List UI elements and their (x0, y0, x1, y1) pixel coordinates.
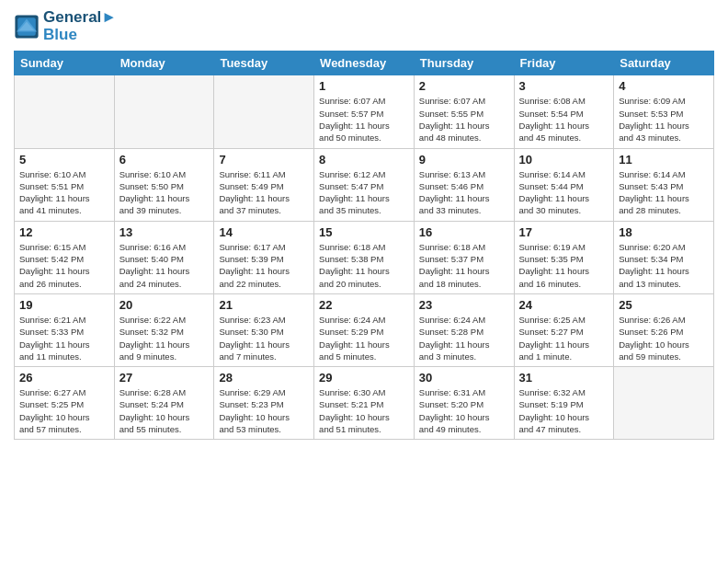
header: General► Blue (14, 9, 714, 43)
calendar-day-cell: 7Sunrise: 6:11 AM Sunset: 5:49 PM Daylig… (214, 148, 314, 221)
calendar-day-cell (214, 75, 314, 148)
calendar-day-cell: 1Sunrise: 6:07 AM Sunset: 5:57 PM Daylig… (314, 75, 415, 148)
calendar-day-cell: 11Sunrise: 6:14 AM Sunset: 5:43 PM Dayli… (614, 148, 714, 221)
day-number: 12 (19, 225, 109, 239)
day-number: 29 (319, 371, 409, 385)
calendar-day-cell: 23Sunrise: 6:24 AM Sunset: 5:28 PM Dayli… (414, 293, 514, 366)
day-number: 7 (219, 153, 309, 167)
logo-icon (14, 14, 40, 40)
weekday-header: Thursday (414, 52, 514, 75)
day-info: Sunrise: 6:14 AM Sunset: 5:43 PM Dayligh… (619, 168, 709, 217)
day-info: Sunrise: 6:25 AM Sunset: 5:27 PM Dayligh… (519, 314, 609, 362)
calendar-day-cell: 14Sunrise: 6:17 AM Sunset: 5:39 PM Dayli… (214, 221, 314, 293)
calendar-day-cell: 28Sunrise: 6:29 AM Sunset: 5:23 PM Dayli… (214, 367, 314, 440)
day-info: Sunrise: 6:18 AM Sunset: 5:37 PM Dayligh… (419, 241, 509, 290)
day-info: Sunrise: 6:20 AM Sunset: 5:34 PM Dayligh… (619, 241, 709, 290)
day-number: 10 (519, 153, 609, 167)
calendar-day-cell: 8Sunrise: 6:12 AM Sunset: 5:47 PM Daylig… (314, 148, 415, 221)
day-info: Sunrise: 6:10 AM Sunset: 5:50 PM Dayligh… (119, 168, 210, 217)
weekday-header: Wednesday (314, 52, 415, 75)
calendar-day-cell: 5Sunrise: 6:10 AM Sunset: 5:51 PM Daylig… (15, 148, 115, 221)
day-info: Sunrise: 6:09 AM Sunset: 5:53 PM Dayligh… (619, 95, 709, 144)
day-number: 18 (619, 225, 709, 239)
day-number: 4 (619, 79, 709, 93)
day-info: Sunrise: 6:16 AM Sunset: 5:40 PM Dayligh… (119, 241, 210, 290)
calendar-day-cell: 30Sunrise: 6:31 AM Sunset: 5:20 PM Dayli… (414, 367, 514, 440)
logo: General► Blue (14, 9, 117, 43)
calendar-week-row: 1Sunrise: 6:07 AM Sunset: 5:57 PM Daylig… (15, 75, 714, 148)
day-info: Sunrise: 6:21 AM Sunset: 5:33 PM Dayligh… (19, 314, 109, 362)
day-number: 19 (19, 298, 109, 312)
calendar-day-cell: 22Sunrise: 6:24 AM Sunset: 5:29 PM Dayli… (314, 293, 415, 366)
day-info: Sunrise: 6:12 AM Sunset: 5:47 PM Dayligh… (319, 168, 409, 217)
calendar-day-cell (614, 367, 714, 440)
calendar-table: SundayMondayTuesdayWednesdayThursdayFrid… (14, 51, 714, 440)
calendar-day-cell: 18Sunrise: 6:20 AM Sunset: 5:34 PM Dayli… (614, 221, 714, 293)
day-number: 14 (219, 225, 309, 239)
day-number: 8 (319, 153, 409, 167)
calendar-day-cell: 24Sunrise: 6:25 AM Sunset: 5:27 PM Dayli… (514, 293, 614, 366)
calendar-day-cell: 13Sunrise: 6:16 AM Sunset: 5:40 PM Dayli… (114, 221, 214, 293)
day-info: Sunrise: 6:18 AM Sunset: 5:38 PM Dayligh… (319, 241, 409, 290)
day-number: 21 (219, 298, 309, 312)
day-info: Sunrise: 6:11 AM Sunset: 5:49 PM Dayligh… (219, 168, 309, 217)
calendar-day-cell: 2Sunrise: 6:07 AM Sunset: 5:55 PM Daylig… (414, 75, 514, 148)
day-info: Sunrise: 6:13 AM Sunset: 5:46 PM Dayligh… (419, 168, 509, 217)
logo-text: General► Blue (43, 9, 117, 43)
day-number: 26 (19, 371, 109, 385)
day-number: 17 (519, 225, 609, 239)
calendar-day-cell: 31Sunrise: 6:32 AM Sunset: 5:19 PM Dayli… (514, 367, 614, 440)
calendar-day-cell: 6Sunrise: 6:10 AM Sunset: 5:50 PM Daylig… (114, 148, 214, 221)
day-number: 15 (319, 225, 409, 239)
calendar-day-cell: 26Sunrise: 6:27 AM Sunset: 5:25 PM Dayli… (15, 367, 115, 440)
day-info: Sunrise: 6:14 AM Sunset: 5:44 PM Dayligh… (519, 168, 609, 217)
calendar-day-cell: 20Sunrise: 6:22 AM Sunset: 5:32 PM Dayli… (114, 293, 214, 366)
day-number: 22 (319, 298, 409, 312)
day-info: Sunrise: 6:23 AM Sunset: 5:30 PM Dayligh… (219, 314, 309, 362)
day-number: 28 (219, 371, 309, 385)
day-info: Sunrise: 6:24 AM Sunset: 5:28 PM Dayligh… (419, 314, 509, 362)
day-info: Sunrise: 6:08 AM Sunset: 5:54 PM Dayligh… (519, 95, 609, 144)
day-number: 11 (619, 153, 709, 167)
calendar-week-row: 19Sunrise: 6:21 AM Sunset: 5:33 PM Dayli… (15, 293, 714, 366)
day-info: Sunrise: 6:19 AM Sunset: 5:35 PM Dayligh… (519, 241, 609, 290)
calendar-day-cell: 12Sunrise: 6:15 AM Sunset: 5:42 PM Dayli… (15, 221, 115, 293)
weekday-header: Sunday (15, 52, 115, 75)
calendar-day-cell: 27Sunrise: 6:28 AM Sunset: 5:24 PM Dayli… (114, 367, 214, 440)
day-info: Sunrise: 6:10 AM Sunset: 5:51 PM Dayligh… (19, 168, 109, 217)
day-number: 9 (419, 153, 509, 167)
day-number: 6 (119, 153, 210, 167)
calendar-day-cell: 29Sunrise: 6:30 AM Sunset: 5:21 PM Dayli… (314, 367, 415, 440)
calendar-day-cell (15, 75, 115, 148)
day-info: Sunrise: 6:17 AM Sunset: 5:39 PM Dayligh… (219, 241, 309, 290)
page-container: General► Blue SundayMondayTuesdayWednesd… (0, 0, 728, 444)
day-number: 2 (419, 79, 509, 93)
day-number: 5 (19, 153, 109, 167)
calendar-week-row: 26Sunrise: 6:27 AM Sunset: 5:25 PM Dayli… (15, 367, 714, 440)
day-info: Sunrise: 6:31 AM Sunset: 5:20 PM Dayligh… (419, 386, 509, 435)
day-info: Sunrise: 6:28 AM Sunset: 5:24 PM Dayligh… (119, 386, 210, 435)
day-info: Sunrise: 6:22 AM Sunset: 5:32 PM Dayligh… (119, 314, 210, 362)
day-info: Sunrise: 6:30 AM Sunset: 5:21 PM Dayligh… (319, 386, 409, 435)
calendar-week-row: 12Sunrise: 6:15 AM Sunset: 5:42 PM Dayli… (15, 221, 714, 293)
day-info: Sunrise: 6:07 AM Sunset: 5:57 PM Dayligh… (319, 95, 409, 144)
day-number: 31 (519, 371, 609, 385)
day-number: 30 (419, 371, 509, 385)
day-number: 27 (119, 371, 210, 385)
day-info: Sunrise: 6:24 AM Sunset: 5:29 PM Dayligh… (319, 314, 409, 362)
calendar-day-cell: 4Sunrise: 6:09 AM Sunset: 5:53 PM Daylig… (614, 75, 714, 148)
weekday-header: Monday (114, 52, 214, 75)
calendar-day-cell (114, 75, 214, 148)
day-number: 3 (519, 79, 609, 93)
calendar-day-cell: 21Sunrise: 6:23 AM Sunset: 5:30 PM Dayli… (214, 293, 314, 366)
calendar-day-cell: 16Sunrise: 6:18 AM Sunset: 5:37 PM Dayli… (414, 221, 514, 293)
day-number: 25 (619, 298, 709, 312)
calendar-day-cell: 19Sunrise: 6:21 AM Sunset: 5:33 PM Dayli… (15, 293, 115, 366)
day-info: Sunrise: 6:26 AM Sunset: 5:26 PM Dayligh… (619, 314, 709, 362)
day-info: Sunrise: 6:07 AM Sunset: 5:55 PM Dayligh… (419, 95, 509, 144)
day-number: 16 (419, 225, 509, 239)
day-info: Sunrise: 6:29 AM Sunset: 5:23 PM Dayligh… (219, 386, 309, 435)
day-number: 1 (319, 79, 409, 93)
day-info: Sunrise: 6:27 AM Sunset: 5:25 PM Dayligh… (19, 386, 109, 435)
day-number: 23 (419, 298, 509, 312)
